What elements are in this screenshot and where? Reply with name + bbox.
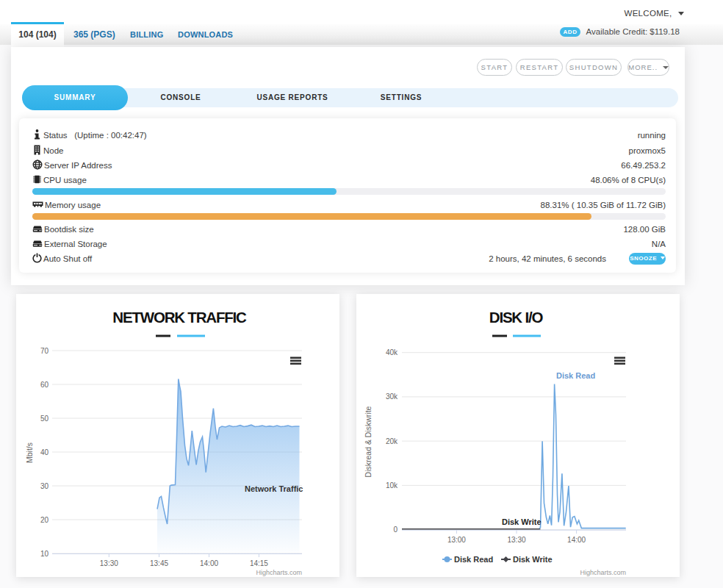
svg-text:Diskread & Diskwrite: Diskread & Diskwrite: [364, 406, 373, 477]
svg-text:13:30: 13:30: [100, 559, 118, 567]
svg-text:Disk Read: Disk Read: [454, 555, 493, 564]
svg-text:14:00: 14:00: [200, 559, 218, 567]
svg-text:Highcharts.com: Highcharts.com: [256, 569, 302, 576]
svg-text:13:45: 13:45: [150, 559, 168, 567]
svg-text:30k: 30k: [386, 392, 398, 401]
svg-text:30: 30: [40, 482, 49, 490]
svg-text:Disk Write: Disk Write: [502, 517, 542, 526]
svg-text:40k: 40k: [386, 348, 398, 356]
svg-text:50: 50: [40, 415, 49, 423]
svg-text:14:15: 14:15: [250, 559, 268, 567]
svg-text:Disk Read: Disk Read: [556, 371, 595, 380]
svg-text:20k: 20k: [386, 437, 398, 445]
svg-text:10: 10: [40, 550, 49, 558]
svg-text:40: 40: [40, 448, 49, 456]
svg-text:60: 60: [40, 381, 49, 389]
svg-text:13:30: 13:30: [507, 536, 525, 544]
svg-text:20: 20: [40, 516, 49, 524]
svg-text:Network Traffic: Network Traffic: [245, 484, 303, 493]
svg-text:70: 70: [40, 347, 49, 355]
svg-text:0: 0: [393, 526, 398, 534]
svg-text:Disk Write: Disk Write: [513, 555, 553, 564]
svg-text:Highcharts.com: Highcharts.com: [580, 569, 626, 576]
svg-text:10k: 10k: [386, 481, 398, 490]
svg-text:DISK I/O: DISK I/O: [489, 309, 544, 326]
svg-text:Mbit/s: Mbit/s: [25, 442, 34, 463]
svg-text:14:00: 14:00: [567, 536, 586, 544]
svg-text:NETWORK TRAFFIC: NETWORK TRAFFIC: [112, 309, 247, 326]
svg-text:13:00: 13:00: [447, 536, 466, 544]
